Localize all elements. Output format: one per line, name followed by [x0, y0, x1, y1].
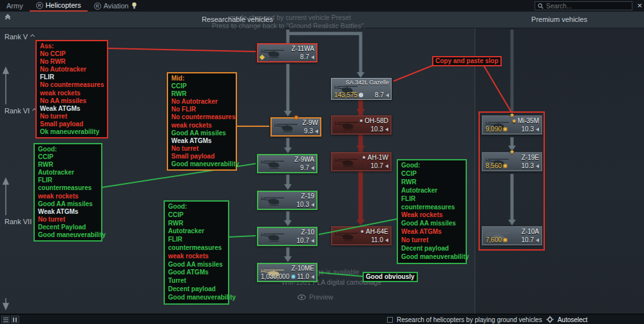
note-line: FLIR [168, 236, 225, 244]
vehicle-name: Z-10ME [291, 265, 314, 272]
annotation-box-good-center: Good:CCIPRWRAutotrackerFLIRcountermeasur… [164, 200, 229, 305]
vehicle-card-mi35m[interactable]: ★ ◉Mi-35M 9,090 10.3 [482, 115, 542, 135]
vehicle-card-z9wa[interactable]: Z-9WA 9.7 [257, 154, 317, 173]
vehicle-card-z10me[interactable]: Z-10ME 1,030,000 11.0 [257, 263, 317, 282]
note-line: No RWR [40, 58, 104, 66]
search-box[interactable] [535, 1, 632, 10]
rank-vi-label[interactable]: Rank VI [5, 107, 36, 115]
note-line: No turret [38, 216, 98, 224]
battle-mode-icon [311, 275, 314, 279]
grid-icon [13, 318, 18, 322]
premium-marker-icon: ◉ [512, 118, 516, 124]
vehicle-br: 8.7 [375, 91, 389, 99]
helicopter-icon [334, 232, 362, 242]
note-line: Good AA missiles [38, 200, 98, 208]
tab-army[interactable]: Army [0, 0, 30, 12]
note-line: Decent payload [401, 245, 462, 253]
vehicle-card-oh58d[interactable]: ★OH-58D 10.3 [331, 115, 392, 135]
tab-aviation-label: Aviation [104, 2, 129, 10]
close-icon[interactable]: × [637, 0, 642, 11]
note-line: Good ATGMs [168, 269, 225, 277]
note-line: Weak ATGMs [401, 228, 462, 236]
autoselect-button[interactable]: Autoselect [558, 316, 588, 323]
vehicle-research-cost: 1,030,000 [261, 273, 296, 280]
lightbulb-icon [131, 2, 137, 10]
battle-mode-icon [315, 129, 318, 133]
battle-mode-icon [311, 203, 314, 207]
battle-mode-icon [311, 166, 314, 170]
squadron-star-icon: ★ [362, 155, 366, 160]
vehicle-br: 9.7 [300, 164, 314, 171]
note-line: Ass: [40, 43, 104, 50]
vehicle-card-z10a[interactable]: Z-10A 7,600 10.7 [482, 226, 542, 245]
note-line: No turret [401, 236, 462, 245]
research-rank-icon: R [94, 3, 101, 10]
note-line: No countermeasures [40, 81, 104, 89]
helicopter-icon [260, 196, 288, 206]
view-list-button[interactable] [1, 316, 10, 323]
note-line: Mid: [171, 75, 232, 82]
note-line: RWR [38, 161, 98, 169]
note-line: Good AA missiles [171, 129, 232, 137]
annotation-box-obviously: Good obviously [363, 272, 418, 282]
vehicle-card-z10[interactable]: Z-10 10.7 [257, 227, 317, 246]
note-line: CCIP [401, 170, 462, 178]
vehicle-card-z19[interactable]: Z-19 10.3 [257, 191, 317, 210]
vehicle-purchase-cost: 8,560 [486, 162, 507, 169]
golden-eagles-icon [503, 238, 507, 242]
note-line: FLIR [40, 73, 104, 81]
battle-mode-icon [385, 128, 388, 131]
vehicle-card-ah64e[interactable]: ★AH-64E 11.0 [331, 226, 392, 245]
vehicle-card-gazelle[interactable]: SA.342L Gazelle 143,575 8.7 [331, 78, 392, 100]
note-line: Ok maneuverability [40, 128, 104, 136]
note-line: CCIP [168, 211, 225, 220]
vehicle-name: ◉Mi-35M [512, 117, 539, 124]
view-grid-button[interactable] [11, 316, 19, 323]
vehicle-br: 10.3 [522, 126, 539, 133]
note-line: Good maneuverability [38, 231, 98, 239]
tab-aviation[interactable]: R Aviation [88, 0, 144, 12]
top-tab-bar: Army R Helicopters R Aviation × [0, 0, 644, 12]
battle-mode-icon [311, 55, 314, 59]
note-line: RWR [168, 220, 225, 228]
premium-star-icon: ★ [509, 148, 515, 155]
vehicle-card-z19e[interactable]: ★ Z-19E 8,560 10.3 [482, 152, 542, 171]
golden-eagles-icon [503, 127, 507, 131]
vehicle-name: ★AH-64E [360, 228, 388, 235]
note-line: Good maneuverability [168, 294, 225, 302]
vehicle-br: 10.3 [522, 162, 539, 169]
vehicle-card-z9w[interactable]: Z-9W 9.3 [270, 117, 321, 137]
vehicle-name: Z-19 [301, 193, 314, 200]
golden-eagles-icon [503, 164, 507, 168]
note-line: RWR [171, 90, 232, 98]
squadron-star-icon: ★ [359, 118, 363, 124]
note-line: CCIP [38, 153, 98, 161]
battle-mode-icon [311, 239, 314, 243]
search-icon [538, 3, 544, 9]
note-line: Good AA missiles [168, 261, 225, 269]
research-by-ground-checkbox[interactable] [387, 317, 393, 323]
vehicle-name: Z-19E [522, 154, 539, 161]
note-line: No FLIR [171, 106, 232, 113]
collapse-up-icon[interactable] [6, 17, 10, 21]
tab-helicopters[interactable]: R Helicopters [30, 0, 88, 12]
rank-v-label[interactable]: Rank V [5, 33, 34, 41]
vehicle-br: 10.3 [371, 126, 388, 133]
vehicle-card-z11wa[interactable]: Z-11WA 8.7 [257, 43, 317, 62]
helicopter-icon [260, 233, 288, 242]
vehicle-name: SA.342L Gazelle [346, 79, 389, 86]
search-input[interactable] [546, 3, 627, 10]
battle-mode-icon [385, 238, 388, 242]
bottom-bar: Research of helicopters by playing groun… [0, 314, 644, 324]
note-line: Turret [168, 277, 225, 285]
vehicle-card-ah1w[interactable]: ★AH-1W 10.7 [331, 152, 392, 171]
note-line: No turret [40, 113, 104, 120]
vehicle-name: Z-9W [303, 119, 318, 126]
note-line: countermeasures [401, 204, 462, 212]
vehicle-br: 11.0 [371, 236, 388, 243]
note-line: countermeasures [168, 244, 225, 253]
note-line: RWR [401, 178, 462, 187]
note-line: Good: [38, 146, 98, 153]
research-progress-icon [294, 115, 298, 120]
note-line: FLIR [401, 195, 462, 204]
